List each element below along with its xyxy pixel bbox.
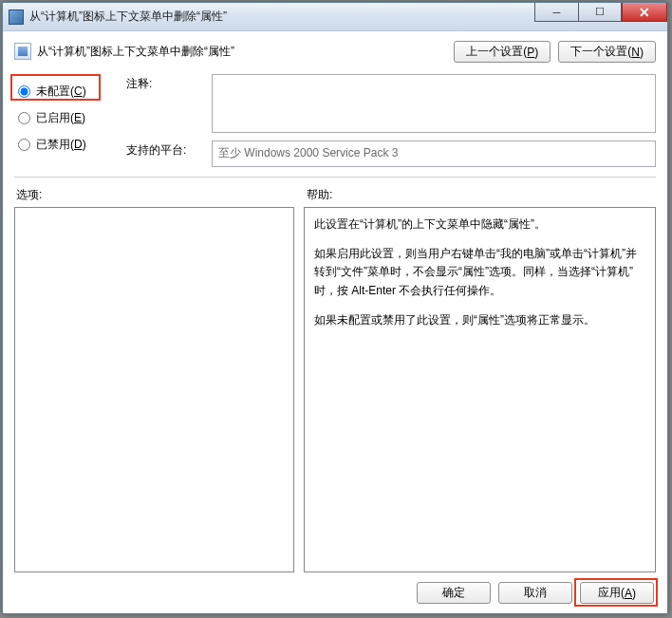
help-panel: 此设置在“计算机”的上下文菜单中隐藏“属性”。 如果启用此设置，则当用户右键单击… [304, 207, 656, 572]
titlebar: 从“计算机”图标上下文菜单中删除“属性” ─ ☐ ✕ [3, 3, 667, 31]
app-icon [9, 9, 24, 25]
header-left: 从“计算机”图标上下文菜单中删除“属性” [14, 41, 234, 60]
next-setting-button[interactable]: 下一个设置(N) [558, 41, 656, 63]
window-controls: ─ ☐ ✕ [534, 3, 667, 22]
policy-icon [14, 43, 31, 60]
detail-column: 注释: 支持的平台: 至少 Windows 2000 Service Pack … [126, 74, 656, 167]
prev-setting-button[interactable]: 上一个设置(P) [454, 41, 551, 63]
client-area: 从“计算机”图标上下文菜单中删除“属性” 上一个设置(P) 下一个设置(N) 未… [3, 31, 667, 613]
help-p1: 此设置在“计算机”的上下文菜单中隐藏“属性”。 [314, 215, 645, 234]
platform-text: 至少 Windows 2000 Service Pack 3 [212, 140, 656, 167]
close-button[interactable]: ✕ [622, 3, 667, 22]
highlight-not-configured [10, 74, 101, 101]
radio-enabled-input[interactable] [18, 112, 30, 124]
help-p3: 如果未配置或禁用了此设置，则“属性”选项将正常显示。 [314, 311, 645, 329]
radio-enabled[interactable]: 已启用(E) [14, 104, 109, 131]
options-label: 选项: [14, 187, 299, 203]
panels: 此设置在“计算机”的上下文菜单中隐藏“属性”。 如果启用此设置，则当用户右键单击… [14, 207, 656, 572]
cancel-button[interactable]: 取消 [498, 582, 572, 604]
section-labels: 选项: 帮助: [14, 187, 656, 203]
highlight-apply [574, 578, 658, 607]
nav-buttons: 上一个设置(P) 下一个设置(N) [454, 41, 656, 63]
footer-buttons: 确定 取消 应用(A) [14, 572, 656, 606]
dialog-window: 从“计算机”图标上下文菜单中删除“属性” ─ ☐ ✕ 从“计算机”图标上下文菜单… [2, 2, 668, 614]
comment-label: 注释: [126, 74, 202, 133]
state-radios: 未配置(C) 已启用(E) 已禁用(D) [14, 74, 109, 167]
platform-label: 支持的平台: [126, 140, 202, 167]
config-area: 未配置(C) 已启用(E) 已禁用(D) 注释: 支持的平台: [14, 68, 656, 178]
header-row: 从“计算机”图标上下文菜单中删除“属性” 上一个设置(P) 下一个设置(N) [14, 41, 656, 68]
options-panel [14, 207, 294, 572]
platform-row: 支持的平台: 至少 Windows 2000 Service Pack 3 [126, 140, 656, 167]
window-title: 从“计算机”图标上下文菜单中删除“属性” [29, 9, 227, 25]
radio-disabled[interactable]: 已禁用(D) [14, 131, 109, 158]
radio-disabled-input[interactable] [18, 139, 30, 151]
header-text: 从“计算机”图标上下文菜单中删除“属性” [37, 44, 234, 60]
comment-row: 注释: [126, 74, 656, 133]
ok-button[interactable]: 确定 [417, 582, 491, 604]
comment-textarea[interactable] [212, 74, 656, 133]
minimize-button[interactable]: ─ [534, 3, 578, 22]
help-label: 帮助: [299, 187, 656, 203]
help-p2: 如果启用此设置，则当用户右键单击“我的电脑”或单击“计算机”并转到“文件”菜单时… [314, 245, 645, 300]
maximize-button[interactable]: ☐ [578, 3, 622, 22]
